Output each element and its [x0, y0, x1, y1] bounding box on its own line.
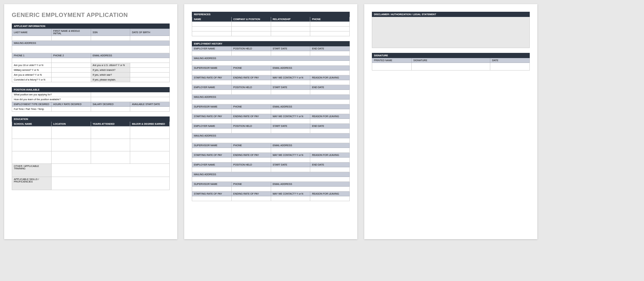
emp-row[interactable]: [192, 71, 232, 75]
edu-row[interactable]: [12, 151, 52, 164]
emp-row[interactable]: [271, 148, 350, 153]
input-email[interactable]: [91, 58, 170, 63]
emp-row[interactable]: [231, 167, 271, 172]
emp-row[interactable]: [271, 109, 350, 114]
emp-row[interactable]: [231, 71, 271, 75]
input-emp-mailing[interactable]: [192, 177, 350, 182]
ref-row[interactable]: [231, 27, 271, 31]
emp-row[interactable]: [310, 158, 350, 162]
input-sig-date[interactable]: [490, 63, 530, 71]
edu-row[interactable]: [130, 151, 170, 164]
input-phone2[interactable]: [51, 58, 91, 63]
emp-row[interactable]: [192, 167, 232, 172]
emp-row[interactable]: [192, 119, 232, 124]
ref-row[interactable]: [271, 31, 310, 36]
emp-row[interactable]: [310, 167, 350, 172]
emp-row[interactable]: [310, 80, 350, 85]
emp-row[interactable]: [231, 109, 271, 114]
input-last-name[interactable]: [12, 36, 52, 41]
emp-row[interactable]: [192, 196, 232, 201]
emp-row[interactable]: [310, 119, 350, 124]
edu-row[interactable]: [51, 151, 91, 164]
input-mailing[interactable]: [12, 46, 170, 53]
input-emp-type[interactable]: Full Time / Part Time / Temp: [12, 107, 52, 112]
emp-row[interactable]: [192, 129, 232, 133]
emp-row[interactable]: [192, 148, 232, 153]
ref-row[interactable]: [271, 22, 310, 27]
edu-row[interactable]: [51, 139, 91, 151]
emp-row[interactable]: [271, 129, 310, 133]
emp-row[interactable]: [231, 80, 271, 85]
emp-row[interactable]: [271, 90, 310, 95]
input-printed-name[interactable]: [372, 63, 412, 71]
input-18-older[interactable]: [51, 63, 91, 68]
input-dob[interactable]: [130, 36, 170, 41]
emp-row[interactable]: [231, 119, 271, 124]
emp-row[interactable]: [271, 119, 310, 124]
edu-row[interactable]: [12, 139, 52, 151]
input-emp-mailing[interactable]: [192, 138, 350, 143]
emp-row[interactable]: [192, 109, 232, 114]
emp-row[interactable]: [231, 158, 271, 162]
edu-row[interactable]: [91, 139, 130, 151]
emp-row[interactable]: [231, 196, 271, 201]
emp-row[interactable]: [271, 51, 310, 56]
input-ssn[interactable]: [91, 36, 130, 41]
emp-row[interactable]: [192, 158, 232, 162]
emp-row[interactable]: [231, 148, 271, 153]
emp-row[interactable]: [271, 196, 310, 201]
emp-row[interactable]: [192, 80, 232, 85]
input-war[interactable]: [130, 73, 170, 77]
input-phone1[interactable]: [12, 58, 52, 63]
ref-row[interactable]: [192, 31, 232, 36]
ref-row[interactable]: [271, 27, 310, 31]
emp-row[interactable]: [231, 129, 271, 133]
input-first-name[interactable]: [51, 36, 91, 41]
ref-row[interactable]: [192, 22, 232, 27]
edu-row[interactable]: [130, 127, 170, 139]
input-emp-mailing[interactable]: [192, 61, 350, 66]
edu-row[interactable]: [12, 127, 52, 139]
input-learn[interactable]: [91, 97, 170, 102]
input-position[interactable]: [91, 92, 170, 97]
emp-row[interactable]: [310, 51, 350, 56]
emp-row[interactable]: [192, 51, 232, 56]
ref-row[interactable]: [192, 27, 232, 31]
ref-row[interactable]: [231, 31, 271, 36]
emp-row[interactable]: [310, 196, 350, 201]
input-emp-mailing[interactable]: [192, 100, 350, 104]
input-veteran[interactable]: [51, 73, 91, 77]
ref-row[interactable]: [310, 27, 350, 31]
input-explain[interactable]: [130, 77, 170, 82]
edu-row[interactable]: [130, 139, 170, 151]
emp-row[interactable]: [271, 158, 310, 162]
emp-row[interactable]: [231, 51, 271, 56]
input-hourly[interactable]: [51, 107, 91, 112]
input-skills[interactable]: [51, 177, 169, 190]
emp-row[interactable]: [271, 80, 310, 85]
ref-row[interactable]: [231, 22, 271, 27]
input-branch[interactable]: [130, 68, 170, 73]
emp-row[interactable]: [271, 71, 350, 75]
input-start[interactable]: [130, 107, 170, 112]
edu-row[interactable]: [51, 127, 91, 139]
input-other-training[interactable]: [51, 164, 169, 177]
emp-row[interactable]: [271, 187, 350, 191]
edu-row[interactable]: [91, 151, 130, 164]
emp-row[interactable]: [310, 90, 350, 95]
input-citizen[interactable]: [130, 63, 170, 68]
ref-row[interactable]: [310, 22, 350, 27]
emp-row[interactable]: [310, 129, 350, 133]
input-military[interactable]: [51, 68, 91, 73]
input-signature[interactable]: [411, 63, 490, 71]
emp-row[interactable]: [271, 167, 310, 172]
edu-row[interactable]: [91, 127, 130, 139]
emp-row[interactable]: [231, 90, 271, 95]
input-felony[interactable]: [51, 77, 91, 82]
emp-row[interactable]: [192, 187, 232, 191]
emp-row[interactable]: [231, 187, 271, 191]
ref-row[interactable]: [310, 31, 350, 36]
input-salary[interactable]: [91, 107, 130, 112]
disclaimer-box[interactable]: [372, 17, 530, 48]
emp-row[interactable]: [192, 90, 232, 95]
